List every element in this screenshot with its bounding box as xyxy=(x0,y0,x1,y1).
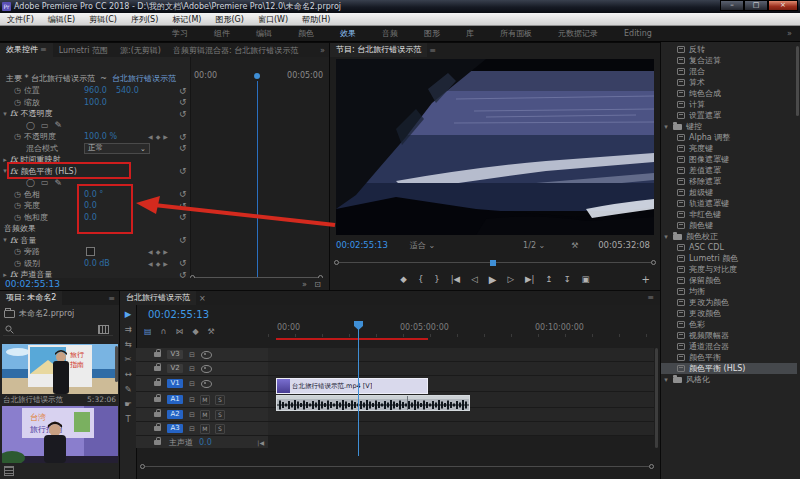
extract-button[interactable]: ↧ xyxy=(563,274,570,284)
effect-item[interactable]: Lumetri 颜色 xyxy=(661,253,797,264)
lock-icon[interactable] xyxy=(154,352,161,357)
pen-tool[interactable]: ✎ xyxy=(124,385,131,394)
sync-lock-icon[interactable]: ⊟ xyxy=(189,411,195,419)
effect-item[interactable]: 更改为颜色 xyxy=(661,297,797,308)
timeline-timecode[interactable]: 00:02:55:13 xyxy=(148,309,209,320)
lock-icon[interactable] xyxy=(154,397,161,402)
ellipse-mask-icon[interactable]: ◯ xyxy=(26,178,35,187)
effect-row[interactable]: ▸fx时间重映射 xyxy=(0,154,195,166)
effect-item[interactable]: 反转 xyxy=(661,44,797,55)
reset-icon[interactable]: ↺ xyxy=(179,143,187,153)
sync-lock-icon[interactable]: ⊟ xyxy=(189,365,195,373)
menu-item[interactable]: 序列(S) xyxy=(124,14,165,25)
solo-button[interactable]: S xyxy=(215,395,225,405)
effect-item[interactable]: 亮度与对比度 xyxy=(661,264,797,275)
program-video-frame[interactable] xyxy=(336,59,654,235)
clip-thumbnail[interactable]: 台湾 旅行指南 xyxy=(2,406,118,463)
effect-bin[interactable]: ▾颜色校正 xyxy=(661,231,797,242)
blend-mode-dropdown[interactable]: 正常⌄ xyxy=(84,143,150,154)
play-button[interactable]: ▶ xyxy=(489,274,497,285)
effect-item[interactable]: 差值遮罩 xyxy=(661,165,797,176)
mute-button[interactable]: M xyxy=(200,395,210,405)
menu-item[interactable]: 编辑(E) xyxy=(41,14,82,25)
lock-icon[interactable] xyxy=(154,366,161,371)
lock-icon[interactable] xyxy=(154,426,161,431)
property-row[interactable]: ◷缩放100.0↺ xyxy=(0,97,195,109)
effect-item[interactable]: 设置遮罩 xyxy=(661,110,797,121)
track-target-button[interactable]: A3 xyxy=(167,424,183,433)
master-level-value[interactable]: 0.0 xyxy=(199,438,212,447)
prev-keyframe-icon[interactable]: ◀ xyxy=(148,133,153,140)
hand-tool[interactable]: ☛ xyxy=(124,400,132,409)
effect-item[interactable]: 均衡 xyxy=(661,286,797,297)
reset-icon[interactable]: ↺ xyxy=(179,109,187,119)
effect-item[interactable]: 纯色合成 xyxy=(661,88,797,99)
next-keyframe-icon[interactable]: ▶ xyxy=(163,260,168,267)
twirl-icon[interactable]: ▾ xyxy=(661,123,671,131)
sync-lock-icon[interactable]: ⊟ xyxy=(189,396,195,404)
workspace-tab[interactable]: Editing xyxy=(624,29,652,38)
track-lane-a3[interactable] xyxy=(268,422,654,436)
timeline-horizontal-scrollbar[interactable] xyxy=(140,464,654,469)
button-editor-button[interactable]: + xyxy=(642,274,650,285)
step-back-button[interactable]: ◁ xyxy=(471,274,478,284)
effect-item[interactable]: 混合 xyxy=(661,66,797,77)
panel-tab[interactable]: 效果控件≡ xyxy=(0,43,53,57)
bypass-checkbox[interactable] xyxy=(86,247,95,256)
rect-mask-icon[interactable]: ▭ xyxy=(41,178,49,187)
stopwatch-icon[interactable]: ◷ xyxy=(14,201,21,210)
slip-tool[interactable]: ↔ xyxy=(124,370,131,379)
property-value[interactable]: 100.0 xyxy=(84,98,107,107)
effect-item[interactable]: 计算 xyxy=(661,99,797,110)
maximize-button[interactable]: □ xyxy=(744,0,768,11)
track-target-button[interactable]: V2 xyxy=(167,364,183,373)
solo-button[interactable]: S xyxy=(215,410,225,420)
property-row[interactable]: ◷不透明度100.0 %◀◆▶↺ xyxy=(0,131,195,143)
close-button[interactable]: × xyxy=(768,0,798,11)
pen-mask-icon[interactable]: ✎ xyxy=(55,120,63,130)
property-value[interactable]: 540.0 xyxy=(116,86,139,95)
menu-item[interactable]: 图形(G) xyxy=(208,14,250,25)
close-sequence-icon[interactable]: × xyxy=(199,294,206,303)
project-scrollbar[interactable] xyxy=(115,346,118,382)
effect-item[interactable]: 更改颜色 xyxy=(661,308,797,319)
snap-icon[interactable]: ∩ xyxy=(161,327,167,336)
track-target-button[interactable]: A1 xyxy=(167,395,183,404)
workspace-tab[interactable]: 颜色 xyxy=(298,28,314,39)
clip-label-row[interactable]: 台北旅行错误示范 5:32:06 xyxy=(3,395,116,405)
program-monitor-tab[interactable]: 节目: 台北旅行错误示范 xyxy=(330,43,427,57)
track-target-button[interactable]: A2 xyxy=(167,410,183,419)
reset-icon[interactable]: ↺ xyxy=(179,189,187,199)
effects-scrollbar[interactable] xyxy=(796,46,799,116)
sequence-tab[interactable]: 台北旅行错误示范 xyxy=(120,291,196,305)
razor-tool[interactable]: ✂ xyxy=(124,355,131,364)
fit-dropdown[interactable]: 适合 ⌄ xyxy=(410,240,435,251)
effect-item[interactable]: 颜色键 xyxy=(661,220,797,231)
add-keyframe-icon[interactable]: ◆ xyxy=(156,248,161,255)
program-timecode[interactable]: 00:02:55:13 xyxy=(336,240,388,250)
go-to-previous-icon[interactable]: |◀ xyxy=(257,439,264,446)
export-frame-button[interactable]: ▣ xyxy=(582,274,590,284)
stopwatch-icon[interactable]: ◷ xyxy=(14,190,21,199)
add-keyframe-icon[interactable]: ◆ xyxy=(156,260,161,267)
project-panel-tab[interactable]: 项目: 未命名2 xyxy=(0,291,62,305)
reset-icon[interactable]: ↺ xyxy=(179,132,187,142)
property-value[interactable]: 960.0 xyxy=(84,86,107,95)
stopwatch-icon[interactable]: ◷ xyxy=(14,98,21,107)
track-select-forward-tool[interactable]: ⇉ xyxy=(124,325,131,334)
linked-selection-icon[interactable]: ⋈ xyxy=(175,327,183,336)
workspace-tab[interactable]: 图形 xyxy=(424,28,440,39)
twirl-icon[interactable]: ▸ xyxy=(0,156,10,164)
effect-item[interactable]: 超级键 xyxy=(661,187,797,198)
mute-button[interactable]: M xyxy=(200,424,210,434)
workspace-tab[interactable]: 组件 xyxy=(214,28,230,39)
sync-lock-icon[interactable]: ⊟ xyxy=(189,351,195,359)
lock-icon[interactable] xyxy=(154,412,161,417)
selection-tool[interactable]: ▶ xyxy=(125,310,132,319)
menu-item[interactable]: 文件(F) xyxy=(0,14,41,25)
next-keyframe-icon[interactable]: ▶ xyxy=(163,133,168,140)
effect-bin[interactable]: ▾风格化 xyxy=(661,374,797,385)
property-row[interactable]: ◷位置960.0540.0↺ xyxy=(0,85,195,97)
add-keyframe-icon[interactable]: ◆ xyxy=(156,133,161,140)
go-to-in-button[interactable]: |◀ xyxy=(451,274,460,284)
